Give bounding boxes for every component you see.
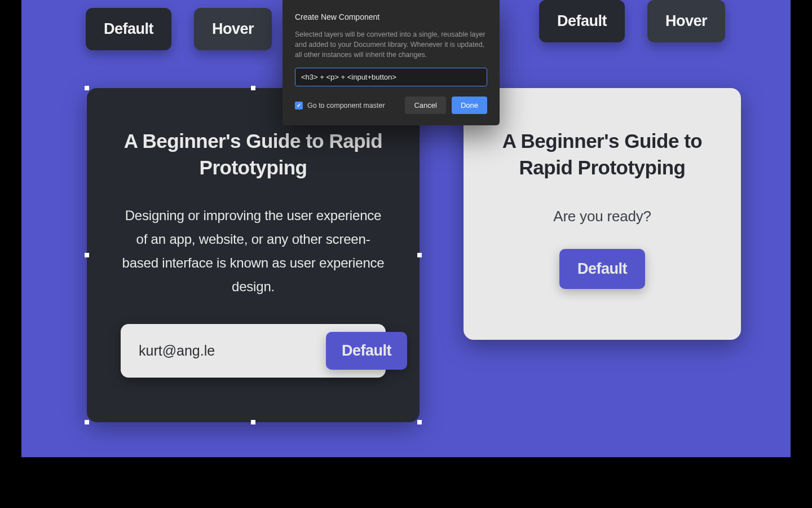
resize-handle-bottom-right[interactable] <box>417 420 422 424</box>
card-title: A Beginner's Guide to Rapid Prototyping <box>121 128 386 181</box>
card-dark-variant[interactable]: A Beginner's Guide to Rapid Prototyping … <box>87 88 420 422</box>
cancel-button[interactable]: Cancel <box>405 97 445 114</box>
checkbox-row[interactable]: ✓ Go to component master <box>295 102 399 110</box>
card-title: A Beginner's Guide to Rapid Prototyping <box>497 128 707 181</box>
state-buttons-row-right: Default Hover <box>539 0 725 42</box>
dialog-title: Create New Component <box>295 12 487 21</box>
dialog-footer: ✓ Go to component master Cancel Done <box>295 97 487 114</box>
state-button-default[interactable]: Default <box>539 0 625 42</box>
component-name-input[interactable] <box>295 68 487 86</box>
resize-handle-bottom-left[interactable] <box>85 420 89 424</box>
resize-handle-top-left[interactable] <box>85 86 89 90</box>
card-body-text: Designing or improving the user experien… <box>121 204 386 299</box>
state-button-default[interactable]: Default <box>86 8 171 50</box>
email-field[interactable] <box>139 343 317 359</box>
state-buttons-row-left: Default Hover <box>86 8 272 50</box>
state-button-hover[interactable]: Hover <box>194 8 272 50</box>
done-button[interactable]: Done <box>452 97 487 114</box>
card-body-text: Are you ready? <box>497 204 707 230</box>
checkbox-label: Go to component master <box>307 102 385 110</box>
dialog-description: Selected layers will be converted into a… <box>295 29 487 60</box>
submit-button[interactable]: Default <box>326 332 407 370</box>
create-component-dialog: Create New Component Selected layers wil… <box>283 0 500 125</box>
check-icon: ✓ <box>297 102 301 108</box>
submit-button[interactable]: Default <box>559 249 645 289</box>
state-button-hover[interactable]: Hover <box>647 0 725 42</box>
card-light-variant[interactable]: A Beginner's Guide to Rapid Prototyping … <box>464 88 741 340</box>
email-input-row: Default <box>121 324 386 378</box>
checkbox-go-to-master[interactable]: ✓ <box>295 102 303 110</box>
